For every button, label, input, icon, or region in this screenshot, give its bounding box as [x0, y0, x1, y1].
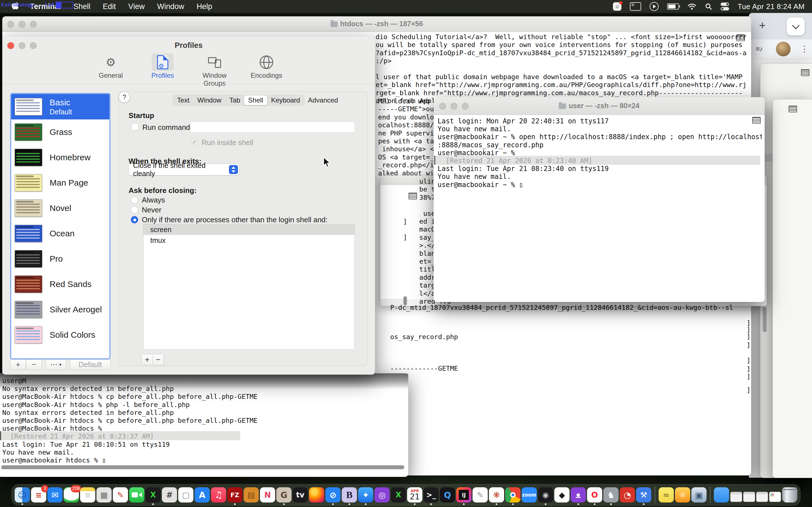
dock-icon-inkscape[interactable]: ◆ [554, 487, 569, 503]
profile-row-basic[interactable]: BasicDefault [11, 94, 109, 119]
battery-icon[interactable] [667, 3, 679, 10]
dock-icon-preview-doc[interactable]: ▢ [178, 487, 193, 503]
dock-icon-messages[interactable]: 208 [64, 487, 79, 503]
dock-icon-cat-app[interactable]: ᴥ [571, 487, 586, 503]
process-list-item-screen[interactable]: screen [144, 224, 354, 235]
dock-icon-drawing-app[interactable]: ✎ [113, 487, 128, 503]
dock-icon-launchpad[interactable]: ▦ [96, 487, 112, 503]
tab-search-button[interactable] [786, 17, 805, 36]
dock-icon-min-window-2[interactable] [743, 492, 755, 502]
process-list-item-tmux[interactable]: tmux [144, 235, 354, 245]
dock-icon-mamp-elephant[interactable]: ♞ [603, 487, 619, 503]
menu-item-edit[interactable]: Edit [97, 2, 122, 11]
profile-row-man-page[interactable]: Man Page [11, 170, 109, 195]
keyboard-menu-icon[interactable] [630, 2, 641, 11]
dock-icon-bulb-app[interactable]: ☼ [675, 487, 690, 503]
radio-always[interactable] [131, 196, 138, 204]
shell-exit-popup[interactable]: Close if the shell exited cleanly [128, 164, 239, 175]
dock-icon-quicktime[interactable]: Q [440, 487, 455, 503]
toolbar-item-general[interactable]: ⚙General [90, 52, 132, 84]
menu-item-help[interactable]: Help [190, 2, 218, 11]
dock-icon-firefox[interactable] [309, 487, 324, 503]
tab-tab[interactable]: Tab [225, 96, 244, 104]
horizontal-scrollbar-thumb[interactable] [1, 465, 404, 469]
dock-icon-photo-app[interactable]: ▣ [691, 487, 707, 503]
dock-icon-mail[interactable]: ✉ [47, 487, 63, 503]
profile-row-red-sands[interactable]: Red Sands [11, 272, 109, 297]
profile-row-solid-colors[interactable]: Solid Colors [11, 322, 109, 348]
tab-advanced[interactable]: Advanced [304, 96, 342, 104]
dock-icon-min-window-1[interactable] [730, 492, 742, 502]
toolbar-item-profiles[interactable]: Profiles [142, 52, 184, 84]
menu-item-window[interactable]: Window [151, 2, 190, 11]
scrollbar-thumb[interactable] [763, 307, 767, 332]
spotlight-search-icon[interactable] [705, 3, 712, 10]
wifi-icon[interactable] [688, 3, 696, 10]
menu-clock[interactable]: Tue Apr 21 8:24 AM [738, 2, 805, 11]
dock-icon-min-window-3[interactable] [756, 492, 768, 502]
control-center-icon[interactable] [721, 3, 729, 10]
dock-icon-reminders[interactable]: ≡3 [31, 487, 46, 503]
toolbar-item-encodings[interactable]: Encodings [245, 52, 288, 84]
radio-never[interactable] [131, 206, 138, 214]
dock-icon-apple-tv[interactable]: tv [293, 487, 308, 503]
tab-text[interactable]: Text [173, 96, 193, 104]
dock-icon-intellij[interactable] [456, 487, 471, 503]
dock-icon-gauge-app[interactable]: ◔ [620, 487, 635, 503]
profile-row-grass[interactable]: Grass [11, 119, 109, 145]
dock-icon-facetime[interactable] [129, 487, 144, 503]
dock-icon-stickies[interactable]: ≈ [659, 487, 674, 503]
dock-icon-min-chrome[interactable] [769, 492, 781, 502]
dock-icon-paint-app[interactable]: ❋ [489, 487, 504, 503]
run-command-checkbox[interactable] [132, 123, 139, 130]
radio-only[interactable] [131, 216, 138, 223]
tab-window[interactable]: Window [193, 96, 225, 104]
profile-row-silver-aerogel[interactable]: Silver Aerogel [11, 297, 109, 322]
tab-list-icon[interactable]: ≡♪ [756, 45, 762, 53]
add-profile-button[interactable]: + [10, 359, 26, 370]
run-inside-shell-checkbox[interactable]: ✓ [191, 138, 198, 146]
browser-avatar[interactable] [776, 42, 791, 56]
dock-icon-textedit[interactable]: ✎ [472, 487, 488, 503]
remove-process-button[interactable]: − [153, 354, 164, 365]
dock-icon-gimp[interactable]: G [276, 487, 292, 503]
tab-shell[interactable]: Shell [244, 96, 267, 105]
dock-icon-calendar[interactable]: APR21 [407, 487, 422, 503]
dock-icon-chrome[interactable] [505, 487, 520, 503]
dock-icon-trash[interactable] [782, 487, 797, 503]
profile-row-pro[interactable]: Pro [11, 246, 109, 272]
add-process-button[interactable]: + [142, 354, 153, 365]
dock-icon-finder[interactable]: ☺ [15, 487, 30, 503]
more-options-button[interactable]: ⋯ ▾ [46, 359, 66, 370]
dock-icon-notes[interactable]: ≡ [80, 487, 95, 503]
dock-icon-opera[interactable]: O [587, 487, 602, 503]
recording-app-menu-icon[interactable]: ☺ [613, 2, 621, 11]
dock-icon-blocker-app[interactable]: ⊘ [325, 487, 341, 503]
dock-icon-bbedit[interactable]: B [342, 487, 357, 503]
new-tab-button[interactable]: + [759, 19, 765, 32]
dock-icon-app-store[interactable]: A [195, 487, 210, 503]
playback-menu-icon[interactable] [650, 2, 659, 11]
dock-icon-terminal[interactable]: >_ [423, 487, 439, 503]
dock-icon-safari[interactable]: ✦ [358, 487, 373, 503]
scrollbar-thumb[interactable] [403, 296, 407, 305]
default-button[interactable]: Default [70, 359, 110, 370]
dock-icon-x11-2[interactable]: X [391, 487, 406, 503]
browser-menu-icon[interactable]: ⋮ [800, 44, 809, 54]
help-button[interactable]: ? [119, 92, 130, 103]
dock-icon-orange-app[interactable]: ▤ [244, 487, 259, 503]
dock-icon-news[interactable]: N [260, 487, 275, 503]
dock-icon-podcasts[interactable]: ◎ [374, 487, 390, 503]
dock-icon-x11[interactable]: X [146, 487, 161, 503]
toolbar-item-window-groups[interactable]: Window Groups [193, 52, 236, 84]
menu-item-view[interactable]: View [122, 2, 151, 11]
dock-icon-calculator[interactable]: # [162, 487, 177, 503]
tab-keyboard[interactable]: Keyboard [267, 96, 304, 104]
dock-icon-music[interactable]: ♫ [211, 487, 226, 503]
run-command-field[interactable] [190, 121, 355, 133]
dock-icon-camera-app[interactable]: ◉ [538, 487, 553, 503]
dock-icon-documents-folder[interactable] [714, 487, 729, 503]
dock-icon-hammer-app[interactable]: ⚒ [636, 487, 651, 503]
process-list[interactable]: screentmux [143, 224, 355, 349]
profile-row-novel[interactable]: Novel [11, 195, 109, 221]
